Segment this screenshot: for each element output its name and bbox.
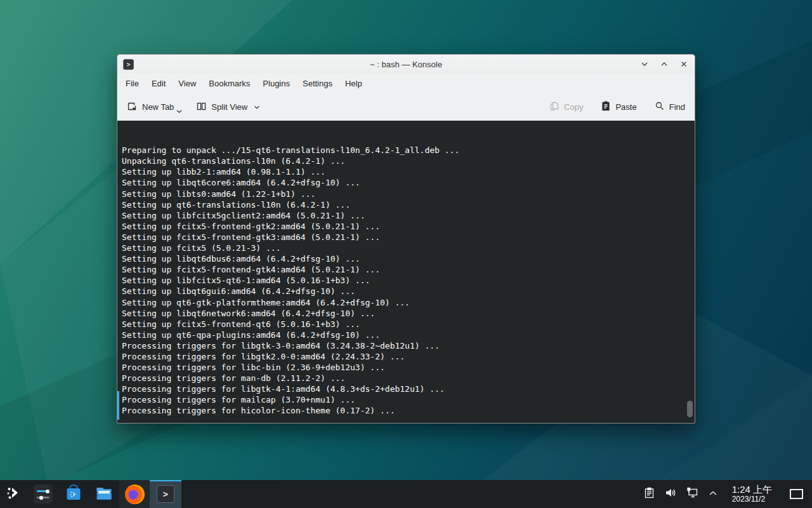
terminal-line: Setting up fcitx5 (5.0.21-3) ... — [122, 243, 690, 253]
konsole-icon: > — [157, 485, 174, 503]
split-view-button[interactable]: Split View — [192, 97, 265, 117]
terminal-line: Processing triggers for libc-bin (2.36-9… — [122, 362, 690, 373]
search-icon — [655, 101, 665, 113]
system-tray: 1:24 上午 2023/11/2 — [643, 485, 812, 504]
titlebar[interactable]: > ~ : bash — Konsole — [117, 55, 695, 74]
split-view-label: Split View — [211, 102, 247, 112]
terminal-view[interactable]: Preparing to unpack .../15-qt6-translati… — [117, 121, 695, 423]
digital-clock[interactable]: 1:24 上午 2023/11/2 — [732, 485, 772, 504]
terminal-line: Processing triggers for mailcap (3.70+nm… — [122, 394, 690, 405]
paste-icon — [601, 101, 611, 113]
terminal-line: Processing triggers for libgtk2.0-0:amd6… — [122, 351, 690, 362]
terminal-scrollbar[interactable] — [687, 401, 693, 417]
copy-button: Copy — [545, 97, 587, 117]
discover-icon — [64, 483, 83, 505]
konsole-window: > ~ : bash — Konsole File Edit View Book… — [117, 54, 695, 424]
application-launcher-button[interactable] — [0, 480, 28, 508]
discover-button[interactable] — [58, 480, 89, 508]
network-icon[interactable] — [686, 486, 699, 502]
terminal-line: Processing triggers for hicolor-icon-the… — [122, 405, 690, 416]
application-launcher-icon — [5, 484, 23, 504]
new-output-indicator — [117, 391, 119, 420]
folder-icon — [95, 483, 114, 505]
taskbar-task-firefox[interactable] — [119, 480, 150, 508]
new-tab-icon — [127, 101, 138, 114]
new-tab-button[interactable]: New Tab — [122, 97, 187, 117]
menu-edit[interactable]: Edit — [145, 76, 172, 91]
terminal-line: Setting up qt6-qpa-plugins:amd64 (6.4.2+… — [122, 330, 690, 340]
chevron-down-icon — [176, 106, 182, 116]
minimize-button[interactable] — [639, 59, 650, 69]
window-title: ~ : bash — Konsole — [117, 60, 695, 69]
terminal-line: Setting up fcitx5-frontend-gtk4:amd64 (5… — [122, 264, 690, 275]
toolbar: New Tab Split View Copy — [117, 93, 695, 121]
find-button[interactable]: Find — [650, 97, 690, 117]
menu-help[interactable]: Help — [339, 76, 369, 91]
system-settings-button[interactable] — [28, 480, 58, 508]
terminal-line: Processing triggers for libgtk-3-0:amd64… — [122, 340, 690, 351]
copy-icon — [549, 101, 560, 113]
menu-bookmarks[interactable]: Bookmarks — [202, 76, 256, 91]
taskbar-task-konsole[interactable]: > — [150, 480, 181, 508]
terminal-line: Setting up libb2-1:amd64 (0.98.1-1.1) ..… — [122, 166, 690, 177]
terminal-line: Setting up libqt6network6:amd64 (6.4.2+d… — [122, 308, 690, 319]
clipboard-icon[interactable] — [643, 487, 655, 502]
terminal-line: Preparing to unpack .../15-qt6-translati… — [122, 145, 690, 156]
firefox-icon — [125, 485, 145, 504]
terminal-line: Unpacking qt6-translations-l10n (6.4.2-1… — [122, 156, 690, 166]
close-button[interactable] — [679, 59, 689, 69]
menu-settings[interactable]: Settings — [296, 76, 339, 91]
desktop[interactable]: > ~ : bash — Konsole File Edit View Book… — [0, 0, 812, 508]
volume-icon[interactable] — [664, 486, 677, 502]
terminal-line: Setting up libqt6gui6:amd64 (6.4.2+dfsg-… — [122, 286, 690, 297]
taskbar: > 1:24 上午 2023/11/2 — [0, 480, 812, 508]
paste-button[interactable]: Paste — [596, 97, 641, 117]
menubar: File Edit View Bookmarks Plugins Setting… — [117, 74, 695, 93]
terminal-line: Setting up fcitx5-frontend-gtk3:amd64 (5… — [122, 232, 690, 243]
terminal-line: Processing triggers for libgtk-4-1:amd64… — [122, 384, 690, 394]
copy-label: Copy — [564, 102, 583, 112]
menu-view[interactable]: View — [172, 76, 202, 91]
menu-file[interactable]: File — [119, 76, 145, 91]
menu-plugins[interactable]: Plugins — [256, 76, 296, 91]
system-settings-icon — [34, 485, 53, 504]
new-tab-label: New Tab — [142, 102, 174, 112]
terminal-output: Preparing to unpack .../15-qt6-translati… — [122, 145, 690, 416]
terminal-line: Setting up libqt6core6:amd64 (6.4.2+dfsg… — [122, 177, 690, 188]
maximize-button[interactable] — [659, 59, 669, 69]
show-desktop-button[interactable] — [790, 489, 803, 499]
split-view-icon — [196, 101, 207, 114]
terminal-line: Setting up libts0:amd64 (1.22-1+b1) ... — [122, 189, 690, 199]
clock-date: 2023/11/2 — [732, 495, 772, 504]
terminal-line: Setting up fcitx5-frontend-qt6 (5.0.16-1… — [122, 319, 690, 330]
find-label: Find — [669, 102, 685, 112]
clock-time: 1:24 上午 — [732, 485, 772, 495]
terminal-line: Setting up qt6-translations-l10n (6.4.2-… — [122, 199, 690, 210]
terminal-line: Setting up libfcitx5gclient2:amd64 (5.0.… — [122, 210, 690, 221]
file-manager-button[interactable] — [89, 480, 119, 508]
paste-label: Paste — [615, 102, 636, 112]
tray-expander-chevron-up-icon[interactable] — [708, 488, 718, 500]
chevron-down-icon — [254, 102, 260, 112]
terminal-line: Setting up libqt6dbus6:amd64 (6.4.2+dfsg… — [122, 253, 690, 264]
terminal-line: Setting up qt6-gtk-platformtheme:amd64 (… — [122, 297, 690, 308]
terminal-line: Setting up fcitx5-frontend-gtk2:amd64 (5… — [122, 221, 690, 232]
terminal-line: Processing triggers for man-db (2.11.2-2… — [122, 373, 690, 384]
terminal-line: Setting up libfcitx5-qt6-1:amd64 (5.0.16… — [122, 275, 690, 286]
